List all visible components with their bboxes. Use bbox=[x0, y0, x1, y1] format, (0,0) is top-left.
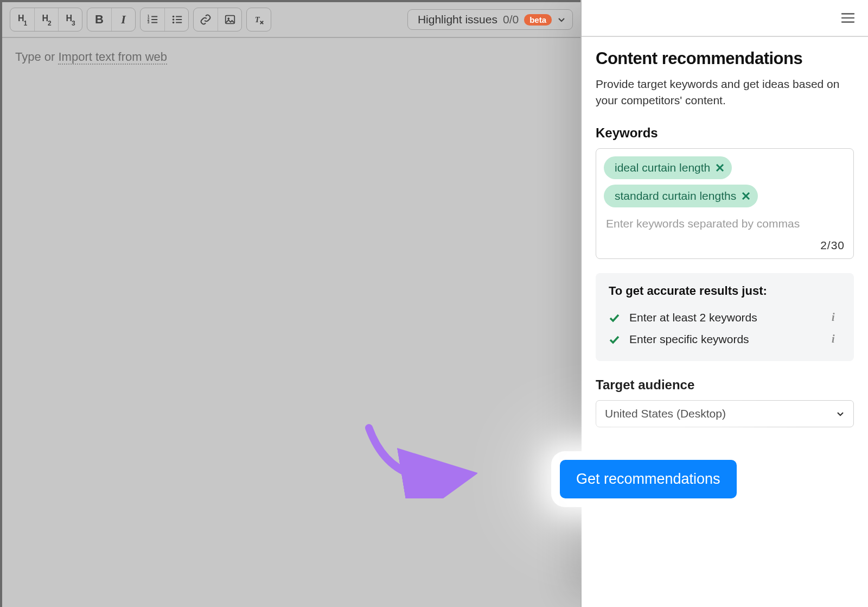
svg-point-11 bbox=[172, 22, 174, 24]
beta-badge: beta bbox=[524, 14, 552, 26]
check-icon bbox=[609, 312, 620, 323]
highlight-count: 0/0 bbox=[503, 13, 519, 26]
tip-text: Enter at least 2 keywords bbox=[629, 311, 822, 324]
keywords-input[interactable] bbox=[604, 213, 846, 235]
editor-toolbar: H1 H2 H3 B I 123 T bbox=[2, 2, 580, 38]
get-recommendations-button[interactable]: Get recommendations bbox=[560, 460, 737, 498]
chevron-down-icon bbox=[557, 15, 566, 24]
keyword-chip-label: ideal curtain length bbox=[615, 161, 710, 174]
h2-button[interactable]: H2 bbox=[34, 8, 58, 31]
check-icon bbox=[609, 334, 620, 345]
panel-title: Content recommendations bbox=[596, 49, 854, 68]
clear-format-icon: T bbox=[253, 14, 265, 26]
import-text-link[interactable]: Import text from web bbox=[58, 50, 167, 65]
editor-body[interactable]: Type or Import text from web bbox=[2, 38, 580, 607]
image-icon bbox=[224, 14, 236, 26]
ordered-list-button[interactable]: 123 bbox=[141, 8, 164, 31]
panel-header bbox=[582, 0, 868, 37]
italic-button[interactable]: I bbox=[111, 8, 135, 31]
highlight-issues-dropdown[interactable]: Highlight issues 0/0 beta bbox=[407, 9, 573, 30]
info-icon[interactable]: i bbox=[832, 333, 841, 345]
menu-icon[interactable] bbox=[841, 12, 855, 24]
unordered-list-button[interactable] bbox=[164, 8, 188, 31]
panel-body: Content recommendations Provide target k… bbox=[582, 37, 868, 452]
highlight-label: Highlight issues bbox=[418, 13, 497, 26]
svg-point-13 bbox=[227, 17, 229, 20]
remove-keyword-icon[interactable] bbox=[742, 192, 750, 200]
list-group: 123 bbox=[140, 8, 189, 31]
keyword-chip[interactable]: ideal curtain length bbox=[604, 156, 732, 179]
tip-row: Enter specific keywords i bbox=[609, 328, 841, 350]
link-icon bbox=[200, 14, 212, 26]
heading-group: H1 H2 H3 bbox=[10, 8, 82, 31]
audience-select[interactable]: United States (Desktop) bbox=[596, 400, 854, 427]
clear-format-button[interactable]: T bbox=[247, 8, 271, 31]
clear-group: T bbox=[246, 8, 271, 31]
insert-group bbox=[193, 8, 242, 31]
ordered-list-icon: 123 bbox=[146, 14, 158, 26]
recommendations-panel: Content recommendations Provide target k… bbox=[580, 0, 868, 607]
svg-text:T: T bbox=[255, 15, 260, 24]
h1-button[interactable]: H1 bbox=[10, 8, 34, 31]
svg-point-9 bbox=[172, 16, 174, 18]
unordered-list-icon bbox=[171, 14, 183, 26]
editor-pane: H1 H2 H3 B I 123 T bbox=[0, 0, 580, 607]
info-icon[interactable]: i bbox=[832, 311, 841, 324]
svg-text:3: 3 bbox=[148, 20, 150, 24]
keywords-label: Keywords bbox=[596, 125, 854, 141]
bold-button[interactable]: B bbox=[87, 8, 111, 31]
keyword-chip-label: standard curtain lengths bbox=[615, 189, 736, 203]
tips-box: To get accurate results just: Enter at l… bbox=[596, 273, 854, 361]
panel-description: Provide target keywords and get ideas ba… bbox=[596, 76, 854, 109]
audience-label: Target audience bbox=[596, 377, 854, 393]
chevron-down-icon bbox=[836, 409, 845, 418]
format-group: B I bbox=[87, 8, 136, 31]
link-button[interactable] bbox=[194, 8, 218, 31]
svg-point-10 bbox=[172, 18, 174, 21]
keywords-count: 2/30 bbox=[604, 235, 846, 254]
tips-title: To get accurate results just: bbox=[609, 284, 841, 298]
audience-value: United States (Desktop) bbox=[605, 407, 726, 420]
tip-row: Enter at least 2 keywords i bbox=[609, 307, 841, 328]
remove-keyword-icon[interactable] bbox=[716, 163, 724, 172]
image-button[interactable] bbox=[218, 8, 241, 31]
keyword-chip[interactable]: standard curtain lengths bbox=[604, 185, 758, 207]
h3-button[interactable]: H3 bbox=[58, 8, 82, 31]
tip-text: Enter specific keywords bbox=[629, 333, 822, 346]
editor-placeholder-prefix: Type or bbox=[15, 50, 58, 64]
keywords-box: ideal curtain length standard curtain le… bbox=[596, 148, 854, 259]
keywords-chips: ideal curtain length standard curtain le… bbox=[604, 156, 846, 207]
